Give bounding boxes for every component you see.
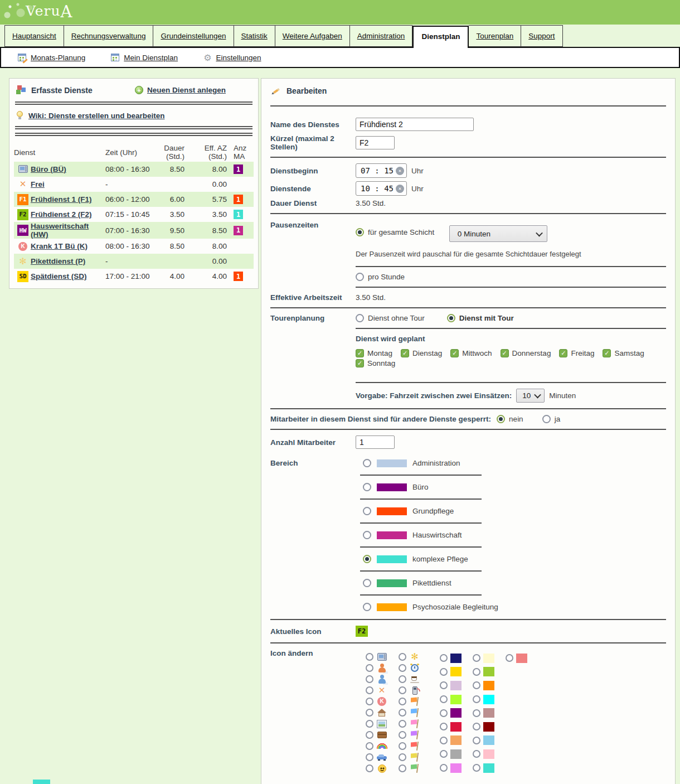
radio-color-a9a9a9[interactable] bbox=[440, 750, 448, 758]
subnav-item-monats-planung[interactable]: Monats-Planung bbox=[18, 54, 85, 62]
checkbox-freitag[interactable]: ✓ bbox=[559, 349, 567, 357]
gesperrt-option-nein[interactable]: nein bbox=[497, 415, 523, 423]
radio-color-fffacd[interactable] bbox=[473, 654, 480, 662]
radio-color-8b0000[interactable] bbox=[473, 723, 480, 730]
radio-bereich-pikettdienst[interactable] bbox=[363, 579, 371, 587]
radio-icon-k-circle[interactable] bbox=[366, 698, 373, 705]
fahrzeit-select[interactable]: 10 bbox=[516, 389, 545, 403]
radio-color-dc143c[interactable] bbox=[440, 723, 448, 730]
clear-time-icon[interactable]: ✕ bbox=[396, 185, 404, 193]
radio-icon-x-mark[interactable] bbox=[366, 686, 373, 694]
radio-icon-flag-green[interactable] bbox=[399, 764, 406, 772]
subnav-label[interactable]: Monats-Planung bbox=[31, 54, 85, 62]
checkbox-samstag[interactable]: ✓ bbox=[603, 349, 611, 357]
service-link[interactable]: Spätdienst (SD) bbox=[31, 272, 105, 280]
pausen-option-stunde[interactable]: pro Stunde bbox=[356, 273, 405, 281]
subnav-label[interactable]: Mein Dienstplan bbox=[124, 54, 178, 62]
service-link[interactable]: Frühdienst 2 (F2) bbox=[31, 210, 105, 219]
service-link[interactable]: Frei bbox=[31, 180, 105, 188]
radio-color-ff8c00[interactable] bbox=[473, 681, 480, 689]
radio-icon-alarm-clock[interactable] bbox=[399, 664, 406, 672]
radio-bereich-komplexe-pflege[interactable] bbox=[363, 555, 371, 563]
wiki-link[interactable]: Wiki: Dienste erstellen und bearbeiten bbox=[28, 112, 164, 120]
radio-color-191970[interactable] bbox=[440, 654, 448, 662]
dienstbeginn-input[interactable]: 07 : 15 ✕ bbox=[356, 163, 407, 178]
radio-icon-asterisk[interactable] bbox=[399, 653, 406, 661]
radio-icon-coffee[interactable] bbox=[399, 675, 406, 683]
dienstende-input[interactable]: 10 : 45 ✕ bbox=[356, 181, 407, 196]
radio-icon-person-orange[interactable] bbox=[366, 664, 373, 672]
radio-icon-car[interactable] bbox=[366, 753, 373, 761]
checkbox-montag[interactable]: ✓ bbox=[356, 349, 364, 357]
radio-icon-flag-pink[interactable] bbox=[399, 720, 406, 728]
pausen-minuten-select[interactable]: 0 Minuten bbox=[449, 225, 547, 242]
radio-color-bc8f8f[interactable] bbox=[473, 709, 480, 717]
tab-statistik[interactable]: Statistik bbox=[234, 25, 275, 47]
radio-icon-chest[interactable] bbox=[366, 731, 373, 739]
radio-bereich-hauswirtschaft[interactable] bbox=[363, 531, 371, 539]
new-service-link-wrap[interactable]: + Neuen Dienst anlegen bbox=[135, 86, 226, 94]
new-service-link[interactable]: Neuen Dienst anlegen bbox=[147, 86, 226, 94]
wiki-link-wrap[interactable]: Wiki: Dienste erstellen und bearbeiten bbox=[14, 106, 254, 125]
radio-color-40e0d0[interactable] bbox=[473, 764, 480, 772]
radio-color-adff2f[interactable] bbox=[440, 695, 448, 703]
service-link[interactable]: Frühdienst 1 (F1) bbox=[31, 195, 105, 204]
radio-bereich-grundpflege[interactable] bbox=[363, 507, 371, 515]
radio-touren-ohne[interactable] bbox=[356, 314, 364, 322]
radio-touren-mit[interactable] bbox=[447, 314, 455, 322]
tab-support[interactable]: Support bbox=[521, 25, 562, 47]
radio-icon-phone[interactable] bbox=[399, 686, 406, 694]
radio-icon-rainbow[interactable] bbox=[366, 742, 373, 750]
radio-bereich-büro[interactable] bbox=[363, 483, 371, 491]
pausen-option-schicht[interactable]: für gesamte Schicht bbox=[356, 228, 434, 236]
radio-icon-flag-blue[interactable] bbox=[399, 709, 406, 717]
radio-bereich-psychosoziale-begleitung[interactable] bbox=[363, 603, 371, 611]
radio-gesperrt-ja[interactable] bbox=[542, 415, 551, 423]
checkbox-donnerstag[interactable]: ✓ bbox=[501, 349, 509, 357]
radio-color-ffc0cb[interactable] bbox=[473, 750, 480, 758]
name-input[interactable] bbox=[356, 118, 474, 131]
checkbox-dienstag[interactable]: ✓ bbox=[401, 349, 409, 357]
radio-color-9acd32[interactable] bbox=[473, 668, 480, 676]
tab-weitere-aufgaben[interactable]: Weitere Aufgaben bbox=[275, 25, 350, 47]
service-link[interactable]: Krank 1T Bü (K) bbox=[31, 242, 105, 250]
radio-icon-flag-yellow[interactable] bbox=[399, 753, 406, 761]
touren-option-mit[interactable]: Dienst mit Tour bbox=[447, 314, 514, 322]
radio-color-87ceeb[interactable] bbox=[473, 737, 480, 744]
subnav-item-mein-dienstplan[interactable]: Mein Dienstplan bbox=[111, 54, 178, 62]
checkbox-sonntag[interactable]: ✓ bbox=[356, 359, 364, 367]
radio-color-f08080[interactable] bbox=[506, 654, 513, 662]
tab-hauptansicht[interactable]: Hauptansicht bbox=[4, 25, 64, 47]
anzahl-input[interactable] bbox=[356, 435, 395, 449]
kuerzel-input[interactable] bbox=[356, 136, 395, 149]
tab-tourenplan[interactable]: Tourenplan bbox=[469, 25, 521, 47]
radio-icon-picture[interactable] bbox=[366, 720, 373, 728]
radio-color-00ffff[interactable] bbox=[473, 695, 480, 703]
radio-pausen-stunde[interactable] bbox=[356, 273, 364, 281]
tab-administration[interactable]: Administration bbox=[350, 25, 413, 47]
radio-icon-flag-orange[interactable] bbox=[399, 698, 406, 705]
service-link[interactable]: Pikettdienst (P) bbox=[31, 257, 105, 265]
service-link[interactable]: Hausweritschaft (HW) bbox=[31, 222, 105, 239]
radio-color-d8c0dc[interactable] bbox=[440, 681, 448, 689]
radio-icon-computer[interactable] bbox=[366, 653, 373, 661]
radio-color-ffd700[interactable] bbox=[440, 668, 448, 676]
touren-option-ohne[interactable]: Dienst ohne Tour bbox=[356, 314, 425, 322]
tab-grundeinstellungen[interactable]: Grundeinstellungen bbox=[153, 25, 234, 47]
service-link[interactable]: Büro (BÜ) bbox=[31, 165, 105, 173]
radio-bereich-administration[interactable] bbox=[363, 459, 371, 467]
gesperrt-option-ja[interactable]: ja bbox=[542, 415, 561, 423]
radio-color-800080[interactable] bbox=[440, 709, 448, 717]
subnav-item-einstellungen[interactable]: ⚙ Einstellungen bbox=[203, 52, 261, 63]
radio-icon-flag-purple[interactable] bbox=[399, 731, 406, 739]
radio-icon-smiley[interactable] bbox=[366, 764, 373, 772]
clear-time-icon[interactable]: ✕ bbox=[396, 167, 404, 175]
radio-icon-house[interactable] bbox=[366, 709, 373, 717]
radio-gesperrt-nein[interactable] bbox=[497, 415, 505, 423]
tab-dienstplan[interactable]: Dienstplan bbox=[412, 26, 469, 48]
subnav-label[interactable]: Einstellungen bbox=[216, 54, 261, 62]
tab-rechnungsverwaltung[interactable]: Rechnungsverwaltung bbox=[64, 25, 154, 47]
radio-icon-person-blue[interactable] bbox=[366, 675, 373, 683]
radio-color-f4a460[interactable] bbox=[440, 737, 448, 744]
radio-pausen-schicht[interactable] bbox=[356, 228, 364, 236]
